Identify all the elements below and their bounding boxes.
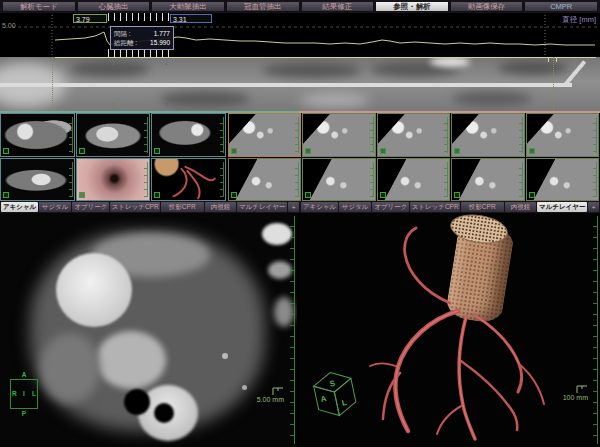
orientation-right: R xyxy=(12,391,17,398)
thumbnail-cross-section-10[interactable] xyxy=(526,158,599,202)
ct-ventricle xyxy=(40,333,100,403)
comb-tick xyxy=(162,13,163,21)
ct-bone-fragment xyxy=(262,223,292,245)
comb-tick xyxy=(126,49,127,57)
left-view-tab-axial[interactable]: アキシャル xyxy=(1,202,38,212)
thumbnail-ruler xyxy=(144,117,148,153)
scale-indicator: 100 mm xyxy=(532,385,588,402)
thumbnail-ruler xyxy=(69,162,73,198)
right-view-tab-multilayer[interactable]: マルチレイヤー xyxy=(537,202,587,212)
cpr-texture xyxy=(262,63,362,78)
toolbar-button-movie-save[interactable]: 動画像保存 xyxy=(450,1,524,12)
interval-value: 1.777 xyxy=(154,30,170,37)
thumbnail-oblique-preview-1[interactable] xyxy=(76,113,151,157)
thumbnail-ruler xyxy=(593,117,597,153)
comb-tick xyxy=(168,49,169,57)
scale-bracket-icon xyxy=(272,387,284,396)
toolbar-button-reference-analysis[interactable]: 参照・解析 xyxy=(375,1,449,12)
volume-ruler xyxy=(593,216,598,444)
total-distance-value: 15.990 xyxy=(150,39,170,46)
thumbnail-3d-tree-preview[interactable] xyxy=(151,158,226,202)
thumbnail-endoscope-preview[interactable] xyxy=(76,158,151,202)
left-view-tab-oblique[interactable]: オブリーク xyxy=(72,202,109,212)
thumbnail-ruler xyxy=(444,162,448,198)
right-view-tab-endoscope[interactable]: 内視鏡 xyxy=(505,202,537,212)
comb-tick xyxy=(168,13,169,21)
thumbnail-cross-section-8[interactable] xyxy=(377,158,450,202)
thumbnail-marker-icon xyxy=(79,148,85,154)
thumbnail-marker-icon xyxy=(305,148,311,154)
y-axis-tick-label: 5.00 xyxy=(2,22,16,29)
toolbar-button-result-correction[interactable]: 結果修正 xyxy=(301,1,375,12)
toolbar-button-cmpr[interactable]: CMPR xyxy=(524,1,598,12)
comb-tick xyxy=(156,49,157,57)
thumbnail-oblique-preview-2[interactable] xyxy=(151,113,226,157)
cpr-vessel-lumen-line xyxy=(0,83,572,87)
right-view-tab-axial[interactable]: アキシャル xyxy=(301,202,338,212)
thumbnail-marker-icon xyxy=(154,148,160,154)
right-view-tab-projection-cpr[interactable]: 投影CPR xyxy=(461,202,504,212)
thumbnail-cross-section-5[interactable] xyxy=(526,113,599,157)
tooltip-interval-row: 間隔 : 1.777 xyxy=(114,30,170,37)
vessel-diameter-graph[interactable]: 5.00 直径 [mm] 3.79 3.31 間隔 : 1.777 総距離 : … xyxy=(0,13,600,57)
cpr-texture xyxy=(160,91,250,107)
left-view-tab-sagittal[interactable]: サジタル xyxy=(39,202,71,212)
volume-render-view[interactable]: S A L 100 mm xyxy=(300,213,600,447)
thumbnail-marker-icon xyxy=(529,192,535,198)
cpr-texture xyxy=(70,61,150,77)
toolbar-button-coronary-extraction[interactable]: 冠血管抽出 xyxy=(226,1,300,12)
thumbnail-ruler xyxy=(220,117,224,153)
left-view-tab-projection-cpr[interactable]: 投影CPR xyxy=(161,202,204,212)
left-view-tab-endoscope[interactable]: 内視鏡 xyxy=(205,202,237,212)
thumbnail-cross-section-7[interactable] xyxy=(302,158,375,202)
ct-bronchus xyxy=(154,403,174,423)
thumbnail-cross-section-1[interactable] xyxy=(228,113,301,157)
thumbnail-cross-section-3[interactable] xyxy=(377,113,450,157)
diameter-axis-label: 直径 [mm] xyxy=(562,15,596,25)
thumbnail-cross-section-9[interactable] xyxy=(451,158,524,202)
cpr-marker-arrow-up-blue-icon[interactable]: ↑ xyxy=(164,101,169,110)
left-view-tab-multilayer[interactable]: マルチレイヤー xyxy=(237,202,287,212)
toolbar-button-analysis-mode[interactable]: 解析モード xyxy=(2,1,76,12)
comb-tick xyxy=(114,13,115,21)
toolbar-button-aorta-extraction[interactable]: 大動脈抽出 xyxy=(151,1,225,12)
toolbar-button-heart-extraction[interactable]: 心臓抽出 xyxy=(77,1,151,12)
left-add-view-tab-button[interactable]: + xyxy=(288,202,299,212)
thumbnail-ruler xyxy=(295,162,299,198)
thumbnail-cross-section-4[interactable] xyxy=(451,113,524,157)
tooltip-distance-row: 総距離 : 15.990 xyxy=(114,39,170,46)
cpr-marker-arrow-down-blue-icon[interactable]: ↓ xyxy=(164,58,169,67)
diameter-marker-end[interactable]: 3.31 xyxy=(170,14,212,23)
cube-left-label: L xyxy=(341,398,348,408)
thumbnail-marker-icon xyxy=(454,148,460,154)
thumbnail-oblique-preview-3[interactable] xyxy=(0,158,75,202)
right-view-tab-sagittal[interactable]: サジタル xyxy=(339,202,371,212)
comb-tick xyxy=(114,49,115,57)
comb-tick xyxy=(108,13,109,21)
thumbnail-marker-icon xyxy=(380,148,386,154)
thumbnail-cross-section-2[interactable] xyxy=(302,113,375,157)
right-add-view-tab-button[interactable]: + xyxy=(588,202,599,212)
comb-tick xyxy=(138,49,139,57)
cpr-marker-arrow-down-green-icon[interactable]: ↓ xyxy=(111,58,116,67)
left-view-tab-stretch-cpr[interactable]: ストレッチCPR xyxy=(110,202,160,212)
orientation-anterior: A xyxy=(22,372,27,379)
cube-anterior-label: A xyxy=(320,394,328,404)
thumbnail-marker-icon xyxy=(529,148,535,154)
diameter-marker-start[interactable]: 3.79 xyxy=(73,14,107,23)
thumbnail-axial-preview[interactable] xyxy=(0,113,75,157)
thumbnail-cross-section-6[interactable] xyxy=(228,158,301,202)
thumbnail-marker-icon xyxy=(79,192,85,198)
axial-ct-view[interactable]: A R I L P 5.00 mm xyxy=(0,213,297,447)
orientation-left: L xyxy=(32,391,36,398)
right-view-tab-oblique[interactable]: オブリーク xyxy=(372,202,409,212)
right-view-tabbar: アキシャルサジタルオブリークストレッチCPR投影CPR内視鏡マルチレイヤー+ xyxy=(300,201,600,213)
comb-tick xyxy=(132,49,133,57)
cpr-marker-arrow-up-green-icon[interactable]: ↑ xyxy=(111,101,116,110)
interval-label: 間隔 : xyxy=(114,30,131,37)
stretched-cpr-strip-view[interactable]: ↓ ↓ ↑ ↑ xyxy=(0,57,600,111)
right-view-tab-stretch-cpr[interactable]: ストレッチCPR xyxy=(410,202,460,212)
comb-tick xyxy=(144,49,145,57)
comb-tick xyxy=(120,49,121,57)
ct-bronchus xyxy=(124,389,150,415)
